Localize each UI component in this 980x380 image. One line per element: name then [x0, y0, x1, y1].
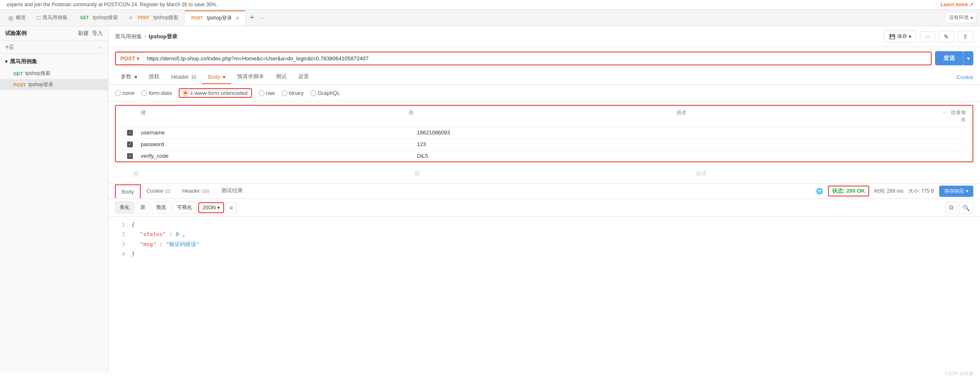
method-badge: POST	[190, 15, 204, 21]
param-value[interactable]: 123	[414, 141, 690, 147]
req-tab-auth[interactable]: 授权	[143, 70, 165, 84]
main-layout: 试验案例 新建 导入 + ☰ ··· ▾ 黑马用例集 GET tpshop搜索 …	[0, 26, 980, 373]
save-response-button[interactable]: 保存响应 ▾	[939, 186, 973, 197]
view-btn-preview[interactable]: 预览	[152, 201, 171, 214]
sidebar-item-post-login[interactable]: POST tpshop登录	[0, 79, 108, 90]
body-type-form-data[interactable]: form-data	[141, 90, 172, 96]
body-type-urlencoded[interactable]: x-www-form-urlencoded	[179, 88, 252, 98]
body-type-graphql[interactable]: GraphQL	[310, 90, 340, 96]
tab-overview[interactable]: ◎ 概览	[3, 10, 31, 25]
empty-param-row: 键 值 描述	[108, 167, 980, 180]
chevron-down-icon: ▾	[966, 188, 968, 194]
tab-tpshop-search-post[interactable]: ✕ POST tpshop搜索	[124, 10, 183, 25]
url-input[interactable]	[144, 53, 931, 64]
row-checkbox[interactable]	[122, 130, 137, 136]
tab-close-button[interactable]: ✕	[234, 15, 240, 21]
new-button[interactable]: 新建	[78, 30, 89, 37]
copy-icon-button[interactable]: ⧉	[945, 201, 957, 214]
close-icon: ✕	[129, 15, 133, 21]
radio-circle	[259, 90, 264, 96]
resp-tab-test-results[interactable]: 测试结果	[215, 184, 249, 199]
chevron-down-icon: ▾	[217, 205, 220, 211]
sidebar: 试验案例 新建 导入 + ☰ ··· ▾ 黑马用例集 GET tpshop搜索 …	[0, 26, 108, 373]
line-number: 4	[115, 249, 125, 258]
req-tab-settings[interactable]: 设置	[292, 70, 315, 84]
breadcrumb-actions: 💾 保存 ▾ ··· ✎ ⇪	[884, 30, 973, 42]
radio-label: GraphQL	[318, 90, 340, 96]
tab-tpshop-search-get[interactable]: GET tpshop搜索	[73, 10, 123, 25]
view-btn-beautify[interactable]: 美化	[115, 201, 134, 214]
cookie-badge: (2)	[165, 189, 170, 194]
body-type-none[interactable]: none	[115, 90, 135, 96]
req-tab-params[interactable]: 参数	[115, 70, 143, 84]
view-btn-raw[interactable]: 原	[136, 201, 150, 214]
checkbox-checked[interactable]	[127, 153, 133, 159]
save-label: 保存	[897, 33, 907, 40]
more-icon[interactable]: ···	[98, 44, 103, 50]
announcement-text: experts and join the Postman community a…	[7, 2, 217, 7]
code-brace-open: {	[132, 221, 135, 228]
response-time: 时间: 289 ms	[874, 188, 903, 195]
param-key[interactable]: verify_code	[137, 153, 414, 159]
env-selector[interactable]: 没有环境 ▾	[945, 12, 977, 23]
comma: ,	[182, 231, 186, 237]
more-tabs-button[interactable]: ···	[258, 15, 266, 21]
import-button[interactable]: 导入	[92, 30, 103, 37]
dot-indicator-orange	[223, 76, 225, 78]
save-button[interactable]: 💾 保存 ▾	[884, 30, 917, 42]
more-actions-button[interactable]: ···	[920, 31, 935, 42]
row-checkbox[interactable]	[122, 142, 137, 147]
header-more[interactable]: ··· 批量修改	[941, 109, 966, 123]
filter-icon-button[interactable]: ≡	[226, 202, 237, 214]
search-icon-button[interactable]: 🔍	[959, 202, 973, 214]
chevron-down-icon: ▾	[909, 34, 911, 40]
resp-tab-body[interactable]: Body	[115, 184, 141, 198]
tab-heima[interactable]: □ 黑马用例集	[32, 10, 72, 25]
tab-tpshop-login[interactable]: POST tpshop登录 ✕	[184, 10, 245, 25]
req-tab-body[interactable]: Body	[202, 70, 231, 84]
save-resp-label: 保存响应	[944, 188, 964, 195]
row-checkbox[interactable]	[122, 153, 137, 159]
param-value[interactable]: DiL5	[414, 153, 690, 159]
format-selector[interactable]: JSON ▾	[198, 202, 224, 213]
checkbox-checked[interactable]	[127, 130, 133, 136]
tab-label: Header	[182, 188, 200, 194]
table-row: verify_code DiL5	[122, 150, 966, 161]
edit-icon-button[interactable]: ✎	[938, 31, 954, 42]
req-tab-tests[interactable]: 测试	[270, 70, 292, 84]
cookie-link[interactable]: Cookie	[957, 74, 973, 80]
response-meta: 🌐 状态: 200 OK 时间: 289 ms 大小: 775 B 保存响应 ▾	[816, 186, 973, 197]
list-icon[interactable]: ☰	[9, 44, 14, 50]
plus-icon[interactable]: +	[5, 43, 9, 51]
radio-circle	[115, 90, 121, 96]
collection-header[interactable]: ▾ 黑马用例集	[0, 55, 108, 68]
req-tab-header[interactable]: Header 10	[165, 70, 202, 84]
req-tab-prerequest[interactable]: 预请求脚本	[231, 70, 270, 84]
send-button[interactable]: 发送	[935, 51, 963, 65]
param-value[interactable]: 18621086093	[414, 129, 690, 136]
tab-label: 设置	[298, 73, 309, 79]
response-tabs: Body Cookie (2) Header (16) 测试结果 🌐 状态: 2…	[108, 184, 980, 199]
learn-more-link[interactable]: Learn more ↗	[940, 2, 973, 7]
checkbox-checked[interactable]	[127, 142, 133, 147]
resp-tab-cookie[interactable]: Cookie (2)	[141, 184, 177, 198]
method-selector[interactable]: POST ▾	[116, 52, 144, 65]
bulk-edit-label[interactable]: 批量修改	[951, 109, 966, 122]
view-btn-visualize[interactable]: 可视化	[172, 201, 197, 214]
share-icon-button[interactable]: ⇪	[958, 31, 973, 42]
breadcrumb-collection[interactable]: 黑马用例集	[115, 33, 142, 40]
body-type-raw[interactable]: raw	[259, 90, 275, 96]
format-label: JSON	[202, 205, 216, 211]
tab-label: 预请求脚本	[237, 73, 264, 79]
tab-label: Body	[208, 74, 220, 80]
add-tab-button[interactable]: +	[247, 13, 258, 22]
breadcrumb-separator: /	[145, 33, 146, 40]
param-key[interactable]: password	[137, 141, 414, 147]
send-dropdown-button[interactable]: ▾	[963, 51, 973, 65]
radio-label: form-data	[149, 90, 172, 96]
resp-tab-header[interactable]: Header (16)	[176, 184, 215, 198]
sidebar-item-get-search[interactable]: GET tpshop搜索	[0, 68, 108, 79]
param-key[interactable]: username	[137, 129, 414, 136]
body-type-binary[interactable]: binary	[282, 90, 304, 96]
more-icon: ···	[943, 109, 947, 115]
